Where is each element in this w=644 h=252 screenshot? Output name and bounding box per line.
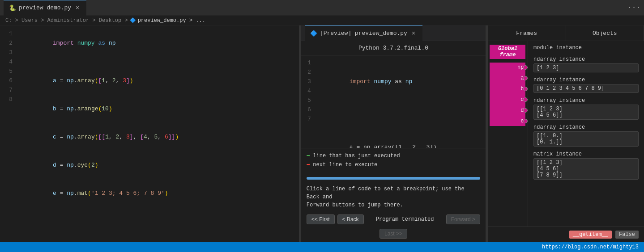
preview-line-3[interactable]: a = np.array([1, 2, 3]) <box>315 124 486 148</box>
var-b-dot <box>523 87 528 91</box>
url-bar: https://blog.csdn.net/mighty13 <box>0 242 644 252</box>
editor-tab-label: preview_demo.py <box>19 4 71 11</box>
breadcrumb-text: C: > Users > Administrator > Desktop > <box>5 17 128 24</box>
top-bar: 🐍 preview_demo.py × ··· <box>0 0 644 16</box>
frames-column: Global frame np a b <box>488 41 528 227</box>
editor-pane: 1 2 3 4 5 6 7 8 import numpy as np a = n… <box>0 25 299 242</box>
preview-tab-label: [Preview] preview_demo.py <box>320 30 407 37</box>
object-ndarray-a-title: ndarray instance <box>533 56 639 63</box>
frames-header: Frames <box>488 25 566 41</box>
code-line-3: a = np.array([1, 2, 3]) <box>18 67 299 95</box>
breadcrumb-icon: 🔷 <box>130 17 136 23</box>
getitem-row: __getitem__ False <box>488 227 644 242</box>
code-line-8 <box>18 207 299 217</box>
object-ndarray-d-title: ndarray instance <box>533 124 639 130</box>
code-line-1: import numpy as np <box>18 29 299 57</box>
code-line-6: d = np.eye(2) <box>18 151 299 179</box>
tab-overflow-menu[interactable]: ··· <box>627 4 640 12</box>
preview-line-1[interactable]: import numpy as np <box>315 58 486 96</box>
preview-tab-close[interactable]: × <box>410 30 417 37</box>
var-np-label: np <box>517 64 524 71</box>
object-matrix-e: matrix instance [[1 2 3][4 5 6][7 8 9]] <box>533 151 639 180</box>
objects-column: module instance ndarray instance [1 2 3]… <box>528 41 644 227</box>
editor-tab-close[interactable]: × <box>74 4 81 12</box>
var-a-dot <box>523 76 528 80</box>
legend-red-text: next line to execute <box>313 162 377 168</box>
frame-var-e: e <box>490 116 525 126</box>
objects-header: Objects <box>566 25 644 41</box>
global-frame-label: Global frame <box>498 46 517 58</box>
nav-buttons-row: << First < Back Program terminated Forwa… <box>301 211 486 228</box>
python-file-icon: 🐍 <box>9 4 16 12</box>
python-version-text: Python 3.7.2.final.0 <box>358 45 428 51</box>
false-badge: False <box>615 231 639 239</box>
python-version-bar: Python 3.7.2.final.0 <box>301 41 486 55</box>
object-ndarray-b: ndarray instance [0 1 2 3 4 5 6 7 8 9] <box>533 77 639 93</box>
code-lines: import numpy as np a = np.array([1, 2, 3… <box>18 29 299 242</box>
breadcrumb: C: > Users > Administrator > Desktop > 🔷… <box>0 16 644 25</box>
getitem-badge: __getitem__ <box>569 231 612 239</box>
preview-code-area[interactable]: 1 2 3 4 5 6 7 import numpy as np a <box>301 55 486 148</box>
object-matrix-e-title: matrix instance <box>533 151 639 157</box>
object-ndarray-a-value: [1 2 3] <box>533 63 639 72</box>
editor-tab[interactable]: 🐍 preview_demo.py × <box>4 0 86 16</box>
frame-var-c: c <box>490 95 525 105</box>
green-arrow-icon: ➡ <box>307 152 310 160</box>
frame-var-a: a <box>490 73 525 83</box>
object-module: module instance <box>533 45 639 52</box>
frames-objects-header: Frames Objects <box>488 25 644 41</box>
object-matrix-e-value: [[1 2 3][4 5 6][7 8 9]] <box>533 158 639 180</box>
progress-bar-fill <box>307 177 480 180</box>
legend-green-text: line that has just executed <box>313 153 400 159</box>
object-ndarray-a: ndarray instance [1 2 3] <box>533 56 639 72</box>
var-d-dot <box>523 108 528 113</box>
line-1-arrow <box>350 67 358 77</box>
status-text: Program terminated <box>367 216 444 223</box>
code-line-5: c = np.array([[1, 2, 3], [4, 5, 6]]) <box>18 123 299 151</box>
object-ndarray-c-title: ndarray instance <box>533 97 639 104</box>
back-button[interactable]: < Back <box>337 214 364 224</box>
preview-pane: 🔷 [Preview] preview_demo.py × Python 3.7… <box>301 25 486 242</box>
var-e-dot <box>523 119 528 123</box>
object-ndarray-b-value: [0 1 2 3 4 5 6 7 8 9] <box>533 84 639 93</box>
line-3-arrow <box>350 133 358 143</box>
preview-line-numbers: 1 2 3 4 5 6 7 <box>301 58 315 145</box>
last-button[interactable]: Last >> <box>380 229 407 239</box>
object-ndarray-d-value: [[1. 0.][0. 1.]] <box>533 131 639 147</box>
legend-item-green: ➡ line that has just executed <box>307 152 480 160</box>
legend-item-red: ➡ next line to execute <box>307 161 480 168</box>
frame-var-np: np <box>490 63 525 72</box>
var-np-dot <box>523 65 528 70</box>
object-ndarray-d: ndarray instance [[1. 0.][0. 1.]] <box>533 124 639 147</box>
preview-tab-bar: 🔷 [Preview] preview_demo.py × <box>301 25 486 41</box>
object-ndarray-b-title: ndarray instance <box>533 77 639 83</box>
breadcrumb-file: preview_demo.py > ... <box>138 17 205 24</box>
code-line-7: e = np.mat('1 2 3; 4 5 6; 7 8 9') <box>18 179 299 207</box>
code-line-2 <box>18 57 299 67</box>
object-ndarray-c: ndarray instance [[1 2 3][4 5 6]] <box>533 97 639 120</box>
var-c-dot <box>523 97 528 102</box>
code-area: 1 2 3 4 5 6 7 8 import numpy as np a = n… <box>0 25 299 242</box>
preview-code-lines: import numpy as np a = np.array([1, 2, 3… <box>315 58 486 145</box>
line-numbers: 1 2 3 4 5 6 7 8 <box>0 29 18 242</box>
progress-bar-container <box>307 177 480 180</box>
code-line-4: b = np.arange(10) <box>18 95 299 123</box>
url-text: https://blog.csdn.net/mighty13 <box>542 244 639 250</box>
instruction-text: Click a line of code to set a breakpoint… <box>301 183 486 211</box>
last-button-row: Last >> <box>301 228 486 242</box>
first-button[interactable]: << First <box>307 214 335 224</box>
main-layout: 1 2 3 4 5 6 7 8 import numpy as np a = n… <box>0 25 644 242</box>
preview-line-2[interactable] <box>315 96 486 124</box>
global-frame-box[interactable]: Global frame <box>490 45 525 59</box>
object-ndarray-c-value: [[1 2 3][4 5 6]] <box>533 105 639 120</box>
frame-var-d: d <box>490 105 525 115</box>
frames-objects-pane: Frames Objects Global frame np a <box>488 25 644 242</box>
fo-content: Global frame np a b <box>488 41 644 227</box>
forward-button[interactable]: Forward > <box>446 214 480 224</box>
preview-tab[interactable]: 🔷 [Preview] preview_demo.py × <box>305 25 422 41</box>
frame-var-b: b <box>490 84 525 94</box>
line-2-arrow <box>350 105 358 114</box>
red-arrow-icon: ➡ <box>307 161 310 168</box>
preview-file-icon: 🔷 <box>310 30 317 37</box>
object-module-title: module instance <box>533 45 639 51</box>
